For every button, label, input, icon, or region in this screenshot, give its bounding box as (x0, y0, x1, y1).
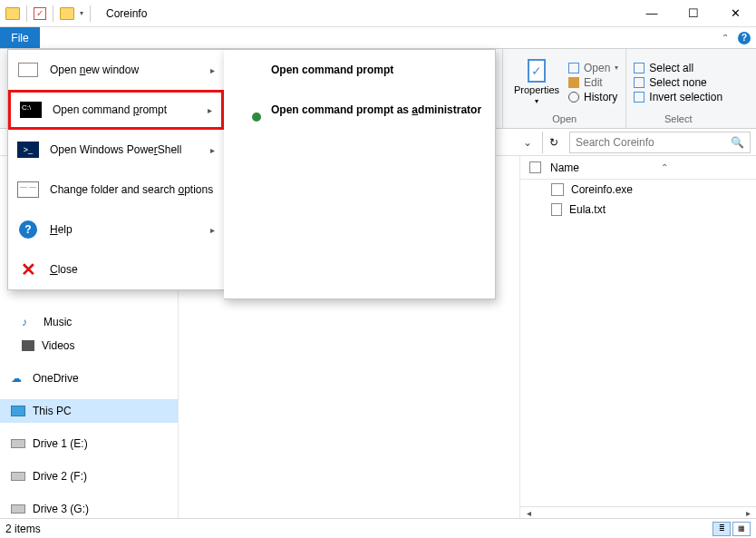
videos-icon (22, 340, 34, 351)
icons-view-button[interactable]: ▦ (732, 522, 751, 536)
onedrive-icon: ☁ (11, 372, 25, 385)
properties-label: Properties (514, 84, 559, 95)
sort-indicator-icon: ⌃ (661, 162, 668, 172)
select-none-button[interactable]: Select none (634, 76, 722, 89)
txt-icon (551, 203, 562, 216)
powershell-icon: >_ (17, 141, 39, 159)
select-all-icon (634, 63, 645, 73)
drive-icon (11, 439, 25, 448)
pc-icon (11, 406, 25, 416)
menu-change-options[interactable]: — — Change folder and search options (8, 170, 224, 210)
chevron-down-icon: ▾ (535, 97, 538, 105)
menu-help[interactable]: ? Help ▸ (8, 210, 224, 249)
chevron-right-icon: ▸ (210, 65, 215, 75)
file-row[interactable]: Eula.txt (520, 200, 756, 220)
properties-qat-icon[interactable]: ✓ (34, 7, 46, 20)
cmd-icon: C:\ (20, 101, 42, 119)
group-select-label: Select (634, 113, 722, 124)
collapse-ribbon-icon[interactable]: ⌃ (722, 33, 729, 43)
help-icon: ? (17, 220, 39, 239)
group-open-label: Open (510, 113, 618, 124)
nav-onedrive[interactable]: ☁OneDrive (0, 367, 178, 390)
select-all-checkbox[interactable] (529, 161, 541, 173)
hscrollbar[interactable]: ◂ ▸ (520, 506, 756, 519)
refresh-button[interactable]: ↻ (542, 132, 564, 153)
chevron-right-icon: ▸ (208, 105, 212, 115)
search-placeholder: Search Coreinfo (576, 136, 654, 149)
ribbon-right: ⌃ ? (722, 27, 751, 48)
tab-file[interactable]: File (0, 27, 40, 48)
music-icon: ♪ (22, 316, 36, 328)
address-dropdown-icon[interactable]: ⌄ (519, 133, 537, 152)
ribbon-group-open: ✓ Properties ▾ Open ▾ Edit History Open (502, 49, 625, 128)
scroll-left-icon[interactable]: ◂ (520, 508, 537, 518)
drive-icon (11, 504, 25, 514)
exe-icon (551, 183, 564, 196)
invert-icon (634, 92, 645, 103)
maximize-button[interactable]: ☐ (673, 0, 714, 27)
scroll-right-icon[interactable]: ▸ (740, 508, 756, 518)
status-bar: 2 items ≣ ▦ (0, 518, 756, 538)
properties-icon: ✓ (528, 59, 546, 83)
select-all-button[interactable]: Select all (634, 62, 722, 74)
file-list-area: Name ⌃ Coreinfo.exe Eula.txt ◂ ▸ (519, 156, 756, 519)
select-none-icon (634, 77, 645, 88)
nav-videos[interactable]: Videos (0, 334, 178, 357)
column-headers[interactable]: Name ⌃ (520, 156, 756, 180)
qat-dropdown-icon[interactable]: ▾ (80, 9, 83, 17)
new-folder-qat-icon[interactable] (60, 7, 74, 20)
menu-open-powershell[interactable]: >_ Open Windows PowerShell ▸ (8, 130, 224, 170)
edit-button: Edit (568, 76, 618, 89)
title-bar: ✓ ▾ Coreinfo — ☐ ✕ (0, 0, 756, 27)
nav-drive-2[interactable]: Drive 2 (F:) (0, 465, 178, 488)
properties-button[interactable]: ✓ Properties ▾ (510, 59, 563, 105)
nav-thispc[interactable]: This PC (0, 399, 178, 423)
window-icon (17, 61, 39, 79)
ribbon-tab-row: File ⌃ ? (0, 27, 756, 49)
menu-open-new-window[interactable]: Open new window ▸ (8, 50, 224, 90)
chevron-right-icon: ▸ (210, 225, 215, 235)
submenu-open-cmd-admin[interactable]: Open command prompt as administrator (224, 90, 495, 130)
history-button[interactable]: History (568, 91, 618, 103)
cmd-admin-icon (235, 101, 258, 119)
submenu-open-cmd[interactable]: Open command prompt (224, 50, 495, 90)
window-title: Coreinfo (106, 7, 147, 20)
help-icon[interactable]: ? (738, 32, 751, 44)
separator (90, 5, 91, 22)
open-button[interactable]: Open ▾ (568, 62, 618, 74)
search-input[interactable]: Search Coreinfo 🔍 (569, 132, 751, 153)
quick-access-toolbar: ✓ ▾ (0, 5, 99, 22)
view-toggle: ≣ ▦ (712, 522, 751, 536)
minimize-button[interactable]: — (631, 0, 673, 27)
window-controls: — ☐ ✕ (631, 0, 756, 27)
chevron-right-icon: ▸ (210, 145, 215, 155)
cmd-icon (235, 61, 258, 79)
separator (26, 5, 27, 22)
ribbon-group-select: Select all Select none Invert selection … (625, 49, 730, 128)
menu-open-command-prompt[interactable]: C:\ Open command prompt ▸ (8, 90, 224, 130)
column-name[interactable]: Name (550, 161, 579, 174)
close-icon: ✕ (17, 260, 39, 279)
nav-drive-3[interactable]: Drive 3 (G:) (0, 497, 178, 519)
invert-selection-button[interactable]: Invert selection (634, 91, 722, 103)
close-button[interactable]: ✕ (714, 0, 756, 27)
details-view-button[interactable]: ≣ (712, 522, 731, 536)
menu-close[interactable]: ✕ Close (8, 249, 224, 289)
status-item-count: 2 items (5, 523, 41, 535)
separator (53, 5, 53, 22)
file-menu: Open new window ▸ C:\ Open command promp… (7, 49, 225, 290)
file-row[interactable]: Coreinfo.exe (520, 180, 756, 200)
search-icon: 🔍 (731, 136, 744, 149)
nav-music[interactable]: ♪Music (0, 310, 178, 334)
file-submenu: Open command prompt Open command prompt … (224, 49, 496, 299)
edit-icon (568, 77, 579, 88)
history-icon (568, 92, 579, 103)
drive-icon (11, 472, 25, 481)
file-list[interactable]: Coreinfo.exe Eula.txt (520, 180, 756, 506)
options-icon: — — (17, 181, 39, 199)
folder-icon (5, 7, 20, 20)
nav-drive-1[interactable]: Drive 1 (E:) (0, 432, 178, 455)
open-icon (568, 63, 579, 73)
